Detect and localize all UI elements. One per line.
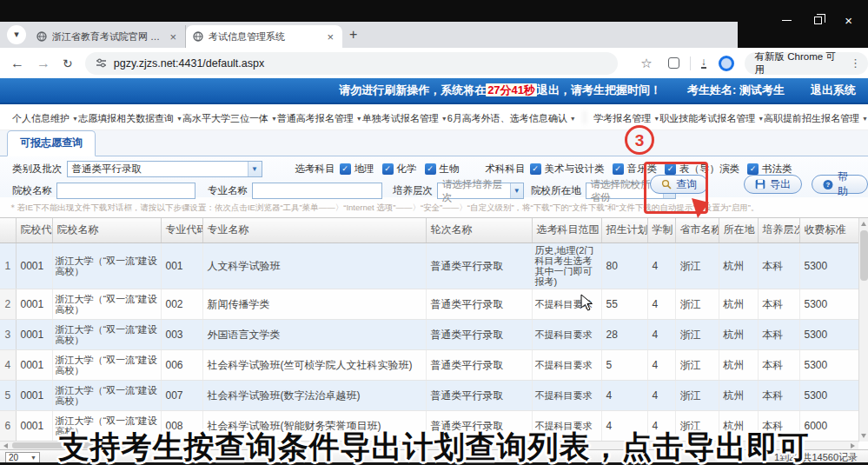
- chevron-down-icon: ▼: [441, 116, 447, 122]
- reload-icon[interactable]: ↻: [63, 56, 73, 70]
- location-label: 院校所在地: [531, 184, 581, 197]
- nav-menu-item[interactable]: 高水平大学三位一体▼: [182, 112, 277, 125]
- chevron-down-icon: ▼: [862, 116, 868, 122]
- vertical-scrollbar[interactable]: [858, 218, 868, 442]
- back-icon[interactable]: ←: [10, 56, 24, 71]
- nav-menu-item[interactable]: 学考报名管理▼: [593, 112, 659, 125]
- chrome-update-button[interactable]: 有新版 Chrome 可用 ⋮: [745, 52, 868, 75]
- subject-checkbox[interactable]: ✓生物: [425, 163, 460, 176]
- tab-search-button[interactable]: ▾: [7, 25, 26, 44]
- globe-favicon-icon: [193, 31, 203, 42]
- checkbox-checked-icon: ✓: [530, 163, 541, 175]
- main-content: 可报志愿查询 类别及批次 普通类平行录取 ▼ 选考科目 ✓地理✓化学✓生物 术科…: [0, 130, 868, 465]
- column-header[interactable]: 院校代码: [16, 218, 52, 242]
- mouse-cursor: [580, 294, 594, 313]
- downloads-icon[interactable]: ↓: [701, 57, 706, 69]
- column-header[interactable]: 轮次名称: [426, 218, 532, 242]
- checkbox-checked-icon: ✓: [382, 163, 394, 175]
- table-row[interactable]: 3 0001 浙江大学（“双一流”建设高校） 003 外国语言文学类 普通类平行…: [0, 319, 858, 349]
- query-form: 类别及批次 普通类平行录取 ▼ 选考科目 ✓地理✓化学✓生物 术科科目 ✓美术与…: [0, 156, 868, 197]
- tab-title: 浙江省教育考试院官网 考生办: [52, 30, 162, 43]
- address-bar[interactable]: pgzy.zjzs.net:4431/default.aspx: [85, 52, 619, 75]
- new-tab-button[interactable]: +: [349, 27, 357, 43]
- nav-menu-item[interactable]: 志愿填报相关数据查询▼: [78, 112, 182, 125]
- nav-menu-item[interactable]: 单独考试报名管理▼: [362, 112, 447, 125]
- export-button[interactable]: 导出: [744, 175, 802, 194]
- table-row[interactable]: 5 0001 浙江大学（“双一流”建设高校） 007 社会科学试验班(数字法治卓…: [0, 380, 858, 410]
- ie-download-hint: ＊若IE下不能出现文件下载对话框，请按以下步骤设置：依次点击IE浏览器“工具”菜…: [0, 197, 868, 217]
- chevron-down-icon: ▼: [72, 116, 78, 122]
- profile-avatar[interactable]: [719, 56, 734, 71]
- chevron-down-icon: ▼: [248, 162, 262, 176]
- column-header[interactable]: 招生计划数: [601, 218, 647, 242]
- major-name-input[interactable]: [252, 183, 382, 199]
- major-name-label: 专业名称: [208, 184, 248, 197]
- tab-title: 考试信息管理系统: [209, 30, 320, 43]
- scroll-up-icon[interactable]: [861, 222, 866, 226]
- nav-menu-item[interactable]: 6月高考外语、选考信息确认▼: [447, 112, 576, 125]
- category-label: 类别及批次: [12, 163, 63, 176]
- bookmark-star-icon[interactable]: ☆: [640, 56, 652, 71]
- chrome-update-label: 有新版 Chrome 可用: [755, 50, 845, 76]
- warning-text: 请勿进行刷新操作，系统将在27分41秒退出，请考生把握时间！: [339, 83, 661, 98]
- save-disk-icon: [755, 179, 765, 189]
- help-button[interactable]: ? 帮助: [812, 175, 868, 194]
- checkbox-checked-icon: ✓: [340, 163, 351, 175]
- vertical-scroll-thumb[interactable]: [860, 230, 868, 281]
- category-select[interactable]: 普通类平行录取 ▼: [67, 161, 262, 177]
- nav-menu-item[interactable]: 职业技能考试报名管理▼: [659, 112, 764, 125]
- chevron-down-icon: ▼: [176, 116, 182, 122]
- extensions-icon[interactable]: [668, 57, 679, 69]
- subtitle-caption: 支持考生按查询条件导出计划查询列表，点击导出即可: [0, 427, 868, 465]
- college-name-input[interactable]: [56, 183, 195, 199]
- column-header[interactable]: 专业名称: [202, 218, 426, 242]
- column-header[interactable]: 收费标准: [799, 218, 858, 242]
- column-header[interactable]: 专业代码: [161, 218, 202, 242]
- system-warning-banner: 请勿进行刷新操作，系统将在27分41秒退出，请考生把握时间！ 考生姓名: 测试考…: [0, 78, 868, 104]
- table-header-row: 院校代码院校名称专业代码专业名称轮次名称选考科目范围招生计划数学制省市名称所在地…: [0, 218, 858, 242]
- row-number-header: [0, 218, 16, 242]
- help-icon: ?: [823, 179, 833, 190]
- subject-checkbox[interactable]: ✓地理: [340, 163, 374, 176]
- forward-icon[interactable]: →: [36, 56, 50, 71]
- tab-close-icon[interactable]: ×: [168, 30, 178, 43]
- table-row[interactable]: 1 0001 浙江大学（“双一流”建设高校） 001 人文科学试验班 普通类平行…: [0, 243, 858, 289]
- subject-checkbox[interactable]: ✓化学: [382, 163, 417, 176]
- level-select[interactable]: 请选择培养层次 ▼: [437, 183, 524, 199]
- chevron-down-icon: ▼: [271, 116, 277, 122]
- tab-close-icon[interactable]: ×: [325, 30, 335, 43]
- svg-text:?: ?: [826, 181, 831, 189]
- countdown-timer: 27分41秒: [486, 83, 537, 96]
- logout-link[interactable]: 退出系统: [811, 83, 856, 98]
- tab-volunteer-query[interactable]: 可报志愿查询: [7, 130, 96, 156]
- column-header[interactable]: 省市名称: [675, 218, 719, 242]
- table-row[interactable]: 2 0001 浙江大学（“双一流”建设高校） 002 新闻传播学类 普通类平行录…: [0, 289, 858, 319]
- column-header[interactable]: 院校名称: [52, 218, 161, 242]
- browser-tab-active[interactable]: 考试信息管理系统 ×: [186, 25, 342, 48]
- restore-icon[interactable]: [814, 17, 822, 24]
- college-name-label: 院校名称: [12, 184, 52, 197]
- chevron-down-icon: ▼: [356, 116, 362, 122]
- close-icon[interactable]: ×: [845, 17, 852, 25]
- globe-favicon-icon: [36, 31, 47, 42]
- results-table: 院校代码院校名称专业代码专业名称轮次名称选考科目范围招生计划数学制省市名称所在地…: [0, 218, 859, 243]
- table-row[interactable]: 4 0001 浙江大学（“双一流”建设高校） 006 社会科学试验班(竺可桢学院…: [0, 349, 858, 380]
- column-header[interactable]: 选考科目范围: [532, 218, 601, 242]
- column-header[interactable]: 所在地: [719, 218, 758, 242]
- column-header[interactable]: 培养层次: [758, 218, 799, 242]
- nav-menu-item[interactable]: 个人信息维护▼: [12, 112, 78, 125]
- toolbar-divider: [690, 56, 691, 70]
- minimize-icon[interactable]: [782, 20, 792, 21]
- column-header[interactable]: 学制: [647, 218, 675, 242]
- url-text: pgzy.zjzs.net:4431/default.aspx: [114, 57, 265, 70]
- browser-tab-inactive[interactable]: 浙江省教育考试院官网 考生办 ×: [30, 25, 186, 48]
- arts-checkbox[interactable]: ✓美术与设计类: [530, 163, 605, 176]
- checkbox-checked-icon: ✓: [747, 163, 759, 175]
- main-menu-bar: 个人信息维护▼志愿填报相关数据查询▼高水平大学三位一体▼普通高考报名管理▼单独考…: [0, 104, 868, 130]
- nav-menu-item[interactable]: 普通高考报名管理▼: [277, 112, 362, 125]
- nav-menu-item[interactable]: 高职提前招生报名管理▼: [764, 112, 868, 125]
- grid-body: 1 0001 浙江大学（“双一流”建设高校） 001 人文科学试验班 普通类平行…: [0, 243, 868, 442]
- chevron-down-icon: ▼: [510, 183, 523, 198]
- menu-kebab-icon[interactable]: ⋮: [850, 56, 861, 70]
- arts-checkbox[interactable]: ✓书法类: [747, 163, 792, 176]
